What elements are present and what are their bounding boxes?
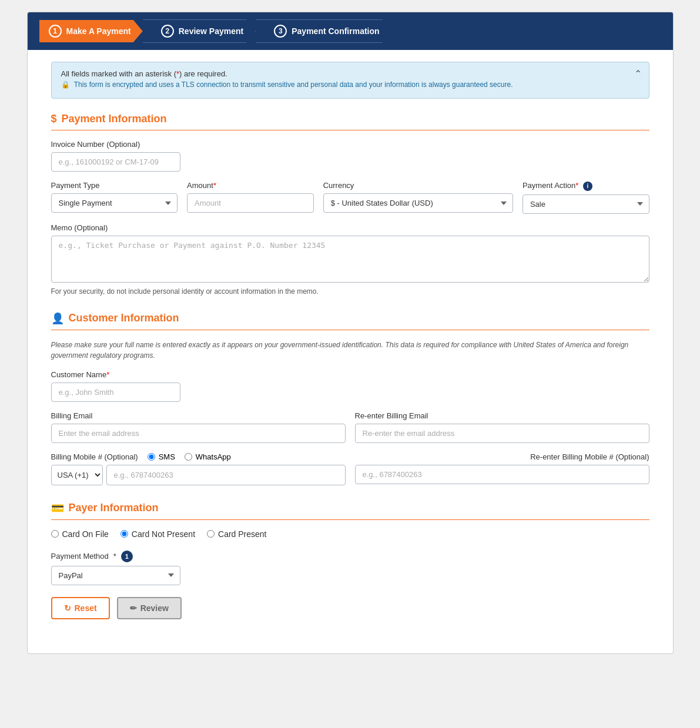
- card-present-option[interactable]: Card Present: [207, 529, 266, 539]
- step-3-num: 3: [274, 25, 287, 38]
- card-present-radio[interactable]: [207, 530, 215, 538]
- step-3-label: Payment Confirmation: [292, 26, 379, 36]
- customer-name-input[interactable]: [51, 383, 180, 402]
- reset-icon: ↻: [64, 603, 71, 613]
- payment-method-label-row: Payment Method * 1: [51, 551, 649, 562]
- step-2-label: Review Payment: [179, 26, 244, 36]
- secure-text: 🔒 This form is encrypted and uses a TLS …: [61, 80, 639, 89]
- payment-type-col: Payment Type Single Payment Recurring Pa…: [51, 181, 178, 214]
- stepper: 1 Make A Payment 2 Review Payment 3 Paym…: [28, 12, 673, 50]
- step-1[interactable]: 1 Make A Payment: [39, 20, 143, 42]
- memo-hint: For your security, do not include person…: [51, 287, 649, 296]
- required-note: All fields marked with an asterisk (*) a…: [61, 69, 639, 78]
- payment-info-header: $ Payment Information: [51, 113, 649, 130]
- card-on-file-option[interactable]: Card On File: [51, 529, 109, 539]
- email-row: Billing Email Re-enter Billing Email: [51, 411, 649, 443]
- reenter-email-label: Re-enter Billing Email: [355, 411, 649, 420]
- reenter-email-col: Re-enter Billing Email: [355, 411, 649, 443]
- customer-info-title: Customer Information: [69, 312, 179, 324]
- review-button[interactable]: ✏ Review: [117, 597, 182, 619]
- main-content: ⌃ All fields marked with an asterisk (*)…: [28, 50, 673, 653]
- amount-label: Amount*: [187, 181, 314, 190]
- billing-email-col: Billing Email: [51, 411, 346, 443]
- card-on-file-radio[interactable]: [51, 530, 59, 538]
- amount-col: Amount*: [187, 181, 314, 214]
- mobile-label-row: Billing Mobile # (Optional) SMS WhatsApp…: [51, 452, 649, 461]
- lock-icon: 🔒: [61, 80, 70, 89]
- reenter-mobile-input[interactable]: [355, 465, 649, 484]
- sms-label: SMS: [159, 452, 175, 461]
- payment-action-label: Payment Action* i: [523, 181, 649, 191]
- currency-col: Currency $ - United States Dollar (USD) …: [323, 181, 513, 214]
- person-icon: 👤: [51, 312, 64, 325]
- invoice-label: Invoice Number (Optional): [51, 140, 649, 149]
- collapse-button[interactable]: ⌃: [634, 68, 642, 79]
- currency-select[interactable]: $ - United States Dollar (USD) € - Euro …: [323, 193, 513, 213]
- payment-info-title: Payment Information: [62, 113, 167, 125]
- payer-info-header: 💳 Payer Information: [51, 502, 649, 520]
- step-1-label: Make A Payment: [66, 26, 131, 36]
- reset-button[interactable]: ↻ Reset: [51, 597, 110, 619]
- payment-method-badge: 1: [121, 551, 133, 562]
- amount-required: *: [213, 181, 216, 190]
- button-row: ↻ Reset ✏ Review: [51, 597, 649, 619]
- card-not-present-option[interactable]: Card Not Present: [120, 529, 195, 539]
- page-wrapper: 1 Make A Payment 2 Review Payment 3 Paym…: [27, 12, 674, 654]
- customer-info-section: 👤 Customer Information Please make sure …: [51, 312, 649, 485]
- payment-action-required: *: [575, 181, 578, 190]
- amount-input[interactable]: [187, 193, 314, 213]
- billing-email-label: Billing Email: [51, 411, 346, 420]
- mobile-section: Billing Mobile # (Optional) SMS WhatsApp…: [51, 452, 649, 485]
- payment-action-info-icon[interactable]: i: [583, 182, 592, 191]
- reenter-email-input[interactable]: [355, 424, 649, 443]
- customer-name-label: Customer Name*: [51, 370, 649, 379]
- step-3[interactable]: 3 Payment Confirmation: [256, 19, 391, 43]
- payment-method-group: Payment Method * 1 PayPal Credit Card AC…: [51, 551, 649, 585]
- payment-action-col: Payment Action* i Sale Authorization: [523, 181, 649, 214]
- card-icon: 💳: [51, 502, 64, 515]
- reenter-mobile-label: Re-enter Billing Mobile # (Optional): [530, 452, 649, 461]
- review-label: Review: [140, 603, 169, 613]
- review-icon: ✏: [130, 603, 137, 613]
- currency-label: Currency: [323, 181, 513, 190]
- billing-email-input[interactable]: [51, 424, 346, 443]
- payment-method-select[interactable]: PayPal Credit Card ACH: [51, 566, 180, 585]
- whatsapp-label: WhatsApp: [196, 452, 231, 461]
- asterisk: *: [176, 69, 179, 78]
- card-present-label: Card Present: [218, 529, 266, 539]
- mobile-inputs-row: USA (+1): [51, 465, 649, 485]
- dollar-icon: $: [51, 113, 57, 125]
- mobile-right: [355, 465, 649, 485]
- payment-type-label: Payment Type: [51, 181, 178, 190]
- step-1-num: 1: [49, 25, 62, 38]
- payment-method-required: *: [113, 552, 116, 561]
- sms-radio-group: SMS: [148, 452, 175, 461]
- mobile-input[interactable]: [106, 465, 346, 485]
- card-not-present-radio[interactable]: [120, 530, 128, 538]
- payment-action-select[interactable]: Sale Authorization: [523, 194, 649, 214]
- country-select[interactable]: USA (+1): [51, 465, 103, 485]
- card-on-file-label: Card On File: [62, 529, 109, 539]
- payment-row: Payment Type Single Payment Recurring Pa…: [51, 181, 649, 214]
- memo-field-group: Memo (Optional) For your security, do no…: [51, 223, 649, 296]
- invoice-input[interactable]: [51, 152, 180, 172]
- memo-textarea[interactable]: [51, 236, 649, 283]
- mobile-label: Billing Mobile # (Optional): [51, 452, 138, 461]
- payment-info-section: $ Payment Information Invoice Number (Op…: [51, 113, 649, 296]
- memo-label: Memo (Optional): [51, 223, 649, 232]
- customer-info-header: 👤 Customer Information: [51, 312, 649, 330]
- reset-label: Reset: [75, 603, 97, 613]
- payer-radio-group: Card On File Card Not Present Card Prese…: [51, 529, 649, 539]
- customer-name-group: Customer Name*: [51, 370, 649, 402]
- step-2[interactable]: 2 Review Payment: [143, 19, 256, 43]
- whatsapp-radio[interactable]: [185, 453, 192, 461]
- sms-radio[interactable]: [148, 453, 155, 461]
- compliance-note: Please make sure your full name is enter…: [51, 340, 649, 361]
- payer-info-title: Payer Information: [69, 502, 159, 514]
- payment-method-text: Payment Method: [51, 552, 109, 561]
- customer-name-required: *: [106, 370, 109, 379]
- payment-type-select[interactable]: Single Payment Recurring Payment: [51, 193, 178, 213]
- mobile-left: USA (+1): [51, 465, 346, 485]
- invoice-field-group: Invoice Number (Optional): [51, 140, 649, 172]
- step-2-num: 2: [161, 25, 174, 38]
